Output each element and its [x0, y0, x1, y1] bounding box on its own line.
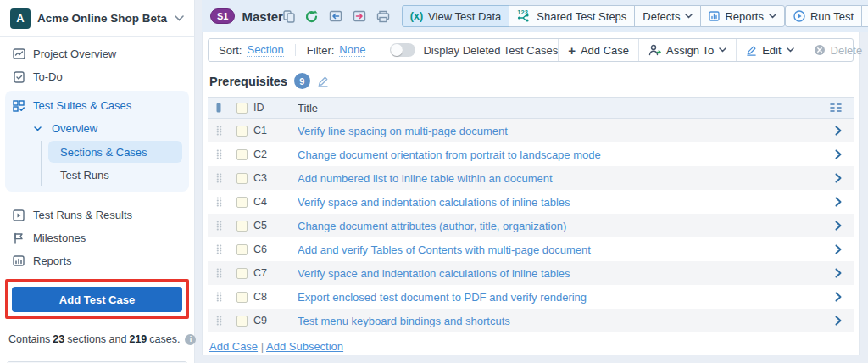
- chevron-right-icon[interactable]: [821, 221, 854, 231]
- case-row[interactable]: C8 Export enclosed test document to PDF …: [208, 285, 854, 309]
- drag-handle-icon[interactable]: [208, 268, 230, 278]
- row-checkbox[interactable]: [236, 221, 248, 232]
- add-subsection-link[interactable]: Add Subsection: [266, 340, 343, 353]
- filter-value-link[interactable]: None: [339, 43, 365, 57]
- view-test-data-button[interactable]: (x) View Test Data: [402, 5, 510, 27]
- chevron-down-icon[interactable]: [175, 15, 184, 21]
- sidebar-item-project-overview[interactable]: Project Overview: [0, 42, 194, 65]
- chevron-right-icon[interactable]: [821, 149, 854, 159]
- row-checkbox[interactable]: [236, 173, 248, 184]
- project-switcher[interactable]: A Acme Online Shop Beta: [0, 0, 194, 37]
- deleted-cases-toggle-zone: Display Deleted Test Cases: [390, 43, 558, 57]
- reports-dropdown[interactable]: Reports: [700, 5, 785, 27]
- display-deleted-toggle[interactable]: [390, 43, 415, 57]
- case-row[interactable]: C2 Change document orientation from port…: [208, 142, 854, 166]
- add-case-button[interactable]: + Add Case: [558, 39, 638, 61]
- sidebar-item-label: To-Do: [33, 70, 63, 83]
- case-title-link[interactable]: Verify space and indentation calculation…: [298, 196, 821, 209]
- info-icon[interactable]: i: [185, 334, 196, 345]
- row-checkbox[interactable]: [236, 316, 248, 327]
- sidebar-item-overview[interactable]: Overview: [5, 117, 189, 140]
- sidebar-item-reports[interactable]: Reports: [0, 249, 194, 272]
- run-edit-group: Run Test Edit: [785, 5, 868, 27]
- export-icon[interactable]: [353, 10, 366, 22]
- row-checkbox[interactable]: [236, 126, 248, 137]
- delete-button[interactable]: Delete: [804, 39, 868, 61]
- drag-handle-icon[interactable]: [208, 292, 230, 302]
- summary-text: cases.: [149, 333, 180, 345]
- import-icon[interactable]: [329, 10, 342, 22]
- sections-count: 23: [53, 333, 64, 345]
- edit-dropdown[interactable]: Edit: [736, 39, 803, 61]
- chevron-right-icon[interactable]: [821, 292, 854, 302]
- drag-handle-icon[interactable]: [208, 316, 230, 326]
- chevron-right-icon[interactable]: [821, 316, 854, 326]
- chevron-down-icon: [769, 14, 776, 19]
- column-header-title[interactable]: Title: [298, 102, 821, 114]
- sidebar-item-test-runs-results[interactable]: Test Runs & Results: [0, 204, 194, 226]
- sort-value-link[interactable]: Section: [247, 43, 283, 57]
- button-label: Add Case: [581, 44, 629, 57]
- copy-icon[interactable]: [283, 10, 295, 23]
- drag-handle-icon[interactable]: [208, 244, 230, 254]
- column-header-id[interactable]: ID: [253, 102, 298, 114]
- project-avatar: A: [10, 8, 31, 29]
- button-label: Delete: [831, 44, 863, 57]
- suite-header: S1 Master (x) View Test Data: [202, 0, 868, 32]
- edit-section-pencil-icon[interactable]: [317, 75, 329, 87]
- suite-header-icons: [283, 10, 390, 23]
- case-row[interactable]: C9 Test menu keyboard bindings and short…: [208, 309, 854, 332]
- sync-refresh-icon[interactable]: [305, 10, 319, 23]
- drag-handle-icon[interactable]: [208, 149, 230, 159]
- sidebar-item-milestones[interactable]: Milestones: [0, 226, 194, 249]
- case-title-link[interactable]: Add numbered list to inline table within…: [298, 172, 821, 185]
- case-title-link[interactable]: Test menu keyboard bindings and shortcut…: [298, 315, 821, 327]
- shared-test-steps-button[interactable]: 123 Shared Test Steps: [509, 5, 635, 27]
- chevron-right-icon[interactable]: [821, 173, 854, 183]
- chevron-right-icon[interactable]: [821, 126, 854, 136]
- drag-handle-icon[interactable]: [208, 221, 230, 231]
- drag-handle-icon[interactable]: [208, 173, 230, 183]
- case-title-link[interactable]: Verify space and indentation calculation…: [298, 267, 821, 280]
- print-icon[interactable]: [376, 10, 390, 23]
- columns-settings-icon[interactable]: [821, 103, 854, 113]
- add-case-link[interactable]: Add Case: [209, 340, 258, 353]
- add-test-case-button[interactable]: Add Test Case: [12, 287, 182, 312]
- sidebar-item-todo[interactable]: To-Do: [0, 65, 194, 88]
- case-id: C5: [253, 220, 298, 232]
- overview-children: Sections & Cases Test Runs: [41, 141, 189, 186]
- sidebar-item-test-runs[interactable]: Test Runs: [48, 164, 182, 186]
- row-checkbox[interactable]: [236, 197, 248, 208]
- case-row[interactable]: C4 Verify space and indentation calculat…: [208, 190, 854, 214]
- sidebar-item-test-suites[interactable]: Test Suites & Cases: [5, 94, 189, 117]
- table-header-row: ID Title: [208, 97, 854, 119]
- run-test-button[interactable]: Run Test: [785, 5, 862, 27]
- drag-handle-icon[interactable]: [208, 126, 230, 136]
- case-title-link[interactable]: Verify line spacing on multi-page docume…: [298, 125, 821, 137]
- case-row[interactable]: C3 Add numbered list to inline table wit…: [208, 166, 854, 190]
- row-checkbox[interactable]: [236, 149, 248, 160]
- case-row[interactable]: C5 Change document attributes (author, t…: [208, 214, 854, 237]
- case-row[interactable]: C6 Add and verify Tables of Contents wit…: [208, 237, 854, 261]
- row-checkbox[interactable]: [236, 244, 248, 255]
- chevron-right-icon[interactable]: [821, 268, 854, 278]
- case-row[interactable]: C7 Verify space and indentation calculat…: [208, 261, 854, 285]
- drag-handle-icon[interactable]: [208, 197, 230, 207]
- case-title-link[interactable]: Change document attributes (author, titl…: [298, 220, 821, 232]
- plus-icon: +: [568, 44, 576, 57]
- select-all-checkbox[interactable]: [236, 103, 248, 114]
- chevron-right-icon[interactable]: [821, 197, 854, 207]
- case-title-link[interactable]: Add and verify Tables of Contents with m…: [298, 243, 821, 256]
- edit-suite-button[interactable]: Edit: [861, 5, 868, 27]
- case-title-link[interactable]: Export enclosed test document to PDF and…: [298, 291, 821, 304]
- case-title-link[interactable]: Change document orientation from portrai…: [298, 148, 821, 161]
- case-row[interactable]: C1 Verify line spacing on multi-page doc…: [208, 119, 854, 142]
- play-square-icon: [12, 209, 25, 221]
- prerequisites-heading: Prerequisites 9: [209, 73, 852, 89]
- assign-to-dropdown[interactable]: Assign To: [638, 39, 736, 61]
- chevron-right-icon[interactable]: [821, 244, 854, 254]
- sidebar-item-sections-cases[interactable]: Sections & Cases: [48, 141, 182, 163]
- row-checkbox[interactable]: [236, 268, 248, 279]
- row-checkbox[interactable]: [236, 292, 248, 303]
- defects-dropdown[interactable]: Defects: [634, 5, 701, 27]
